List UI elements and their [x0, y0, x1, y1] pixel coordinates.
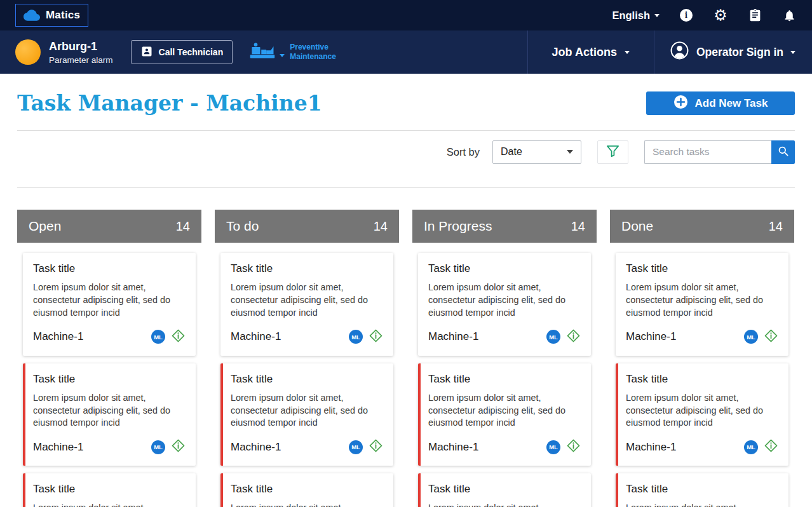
- diamond-info-icon[interactable]: [171, 328, 186, 346]
- info-icon[interactable]: [679, 8, 694, 23]
- task-title: Task title: [231, 373, 383, 386]
- machine-name: Arburg-1: [49, 40, 113, 53]
- machine-status: Parameter alarm: [49, 55, 113, 65]
- task-title: Task title: [33, 262, 186, 275]
- diamond-info-icon[interactable]: [566, 328, 581, 346]
- search-icon: [777, 145, 789, 159]
- brand-logo[interactable]: Matics: [15, 4, 88, 27]
- cloud-icon: [24, 10, 40, 21]
- column-header: To do 14: [215, 210, 399, 243]
- task-card[interactable]: Task title Lorem ipsum dolor sit amet, c…: [616, 253, 788, 356]
- chevron-down-icon: [625, 51, 630, 54]
- technician-badge-icon: [140, 45, 153, 60]
- operator-sign-in-label: Operator Sign in: [696, 46, 783, 59]
- task-card[interactable]: Task title Lorem ipsum dolor sit amet, c…: [23, 253, 196, 356]
- column-body: Task title Lorem ipsum dolor sit amet, c…: [17, 243, 201, 507]
- plus-circle-icon: [673, 95, 688, 112]
- column-count: 14: [571, 219, 585, 234]
- task-machine: Machine-1: [33, 330, 83, 343]
- operator-icon: [670, 41, 689, 64]
- ml-badge: ML: [151, 440, 165, 454]
- column-title: Done: [621, 219, 653, 234]
- ml-badge: ML: [546, 440, 560, 454]
- diamond-info-icon[interactable]: [171, 438, 186, 456]
- bell-icon[interactable]: [782, 8, 797, 23]
- tasks-icon[interactable]: [747, 8, 762, 23]
- task-description: Lorem ipsum dolor sit amet, consectetur …: [428, 392, 581, 430]
- column-title: In Progress: [424, 219, 492, 234]
- operator-sign-in[interactable]: Operator Sign in: [654, 30, 812, 74]
- call-technician-button[interactable]: Call Technician: [131, 40, 233, 64]
- top-bar: Matics English ⚙: [0, 0, 812, 30]
- diamond-info-icon[interactable]: [764, 438, 778, 456]
- language-selector[interactable]: English: [612, 10, 660, 22]
- task-card[interactable]: Task title Lorem ipsum dolor sit amet, c…: [418, 253, 591, 356]
- diamond-info-icon[interactable]: [369, 438, 383, 456]
- task-card[interactable]: Task title Lorem ipsum dolor sit amet, c…: [23, 473, 196, 507]
- sort-by-label: Sort by: [447, 146, 480, 158]
- task-machine: Machine-1: [428, 330, 478, 343]
- column-title: To do: [226, 219, 259, 234]
- machine-icon: [249, 42, 276, 62]
- task-description: Lorem ipsum dolor sit amet, consectetur …: [626, 392, 778, 430]
- task-card[interactable]: Task title Lorem ipsum dolor sit amet, c…: [220, 473, 393, 507]
- brand-name: Matics: [46, 9, 80, 22]
- task-card[interactable]: Task title Lorem ipsum dolor sit amet, c…: [23, 363, 196, 466]
- add-new-task-button[interactable]: Add New Task: [646, 91, 795, 115]
- ml-badge: ML: [546, 330, 560, 344]
- diamond-info-icon[interactable]: [369, 328, 383, 346]
- sort-select-value: Date: [501, 146, 522, 158]
- column-body: Task title Lorem ipsum dolor sit amet, c…: [610, 243, 794, 507]
- task-description: Lorem ipsum dolor sit amet, consectetur …: [231, 392, 383, 430]
- task-title: Task title: [428, 373, 581, 386]
- preventive-maintenance-menu[interactable]: Preventive Maintenance: [249, 42, 348, 62]
- chevron-down-icon: [654, 14, 660, 17]
- column-body: Task title Lorem ipsum dolor sit amet, c…: [412, 243, 597, 507]
- ml-badge: ML: [349, 330, 363, 344]
- task-machine: Machine-1: [626, 441, 676, 454]
- task-description: Lorem ipsum dolor sit amet, consectetur …: [626, 281, 778, 320]
- column-body: Task title Lorem ipsum dolor sit amet, c…: [215, 243, 399, 507]
- task-description: Lorem ipsum dolor sit amet, consectetur …: [33, 392, 186, 430]
- diamond-info-icon[interactable]: [764, 328, 778, 346]
- task-title: Task title: [33, 483, 186, 496]
- task-title: Task title: [626, 262, 778, 275]
- ml-badge: ML: [349, 440, 363, 454]
- gear-icon[interactable]: ⚙: [713, 8, 728, 23]
- task-card[interactable]: Task title Lorem ipsum dolor sit amet, c…: [418, 363, 591, 466]
- task-card[interactable]: Task title Lorem ipsum dolor sit amet, c…: [418, 473, 591, 507]
- task-card[interactable]: Task title Lorem ipsum dolor sit amet, c…: [616, 363, 788, 466]
- diamond-info-icon[interactable]: [566, 438, 581, 456]
- add-new-task-label: Add New Task: [695, 97, 768, 110]
- chevron-down-icon: [790, 51, 795, 54]
- kanban-column: Open 14 Task title Lorem ipsum dolor sit…: [17, 210, 201, 507]
- task-card[interactable]: Task title Lorem ipsum dolor sit amet, c…: [220, 363, 393, 466]
- chevron-down-icon: [280, 54, 285, 57]
- column-title: Open: [29, 219, 61, 234]
- column-count: 14: [176, 219, 190, 234]
- column-header: Done 14: [610, 210, 794, 243]
- task-title: Task title: [428, 262, 581, 275]
- task-description: Lorem ipsum dolor sit amet, consectetur …: [33, 281, 186, 320]
- divider: [17, 187, 795, 188]
- ml-badge: ML: [744, 330, 758, 344]
- task-description: Lorem ipsum dolor sit amet, consectetur …: [33, 502, 186, 507]
- language-label: English: [612, 10, 650, 22]
- task-title: Task title: [231, 483, 383, 496]
- search-input[interactable]: [644, 140, 771, 164]
- column-count: 14: [769, 219, 783, 234]
- job-actions-menu[interactable]: Job Actions: [527, 30, 654, 74]
- task-machine: Machine-1: [33, 441, 83, 454]
- task-card[interactable]: Task title Lorem ipsum dolor sit amet, c…: [220, 253, 393, 356]
- task-card[interactable]: Task title Lorem ipsum dolor sit amet, c…: [616, 473, 788, 507]
- filter-button[interactable]: [597, 140, 628, 164]
- task-description: Lorem ipsum dolor sit amet, consectetur …: [626, 502, 778, 507]
- task-machine: Machine-1: [231, 441, 281, 454]
- sort-select[interactable]: Date: [492, 140, 581, 164]
- task-title: Task title: [428, 483, 581, 496]
- search-button[interactable]: [771, 140, 795, 164]
- task-title: Task title: [626, 373, 778, 386]
- ml-badge: ML: [744, 440, 758, 454]
- ml-badge: ML: [151, 330, 165, 344]
- column-header: Open 14: [17, 210, 201, 243]
